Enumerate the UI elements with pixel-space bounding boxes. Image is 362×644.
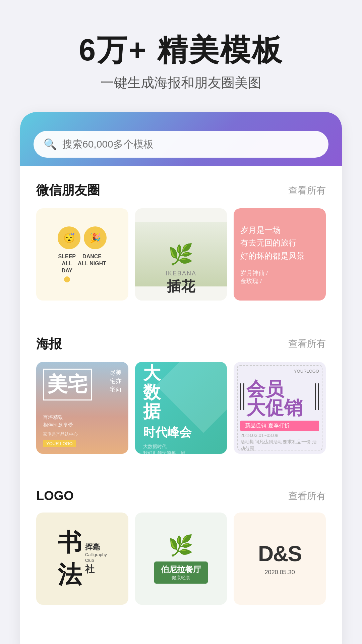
poster3-main: 会员 大促销 bbox=[246, 380, 303, 417]
poster-template-3[interactable]: YOURLOGO 会员 大促销 新品促销 夏季打折 2018.03.01~03.… bbox=[234, 362, 326, 454]
card-header: 🔍 bbox=[20, 112, 342, 166]
wechat-template-2[interactable]: 🌿 IKEBANA 插花 bbox=[135, 208, 227, 301]
search-bar[interactable]: 🔍 bbox=[34, 131, 328, 158]
poster3-badge: YOURLOGO bbox=[240, 369, 319, 374]
app-card: 🔍 微信朋友圈 查看所有 😴 🎉 SLEEP ALL DAY bbox=[20, 112, 342, 644]
poster-template-1[interactable]: 美宅 尽美宅亦宅向 百坪精致相伴恒意享受 家宅是产品认中心 YOUR LOGO bbox=[36, 362, 128, 454]
wechat-section-header: 微信朋友圈 查看所有 bbox=[36, 182, 326, 199]
wc3-poetry: 岁月是一场 有去无回的旅行 好的坏的都是风景 bbox=[240, 224, 319, 262]
poster-section: 海报 查看所有 美宅 尽美宅亦宅向 百坪精致相伴恒意享受 家宅是产品认中心 YO… bbox=[20, 319, 342, 454]
poster-section-title: 海报 bbox=[36, 335, 62, 353]
logo2-sub: 健康轻食 bbox=[172, 575, 190, 581]
logo-template-1[interactable]: 书 法 挥毫 Calligraphy Club 社 bbox=[36, 513, 128, 605]
cartoon-face-1: 😴 bbox=[58, 226, 80, 249]
plant-icon: 🌿 bbox=[168, 243, 193, 266]
wc-text-block: SLEEP ALL DAY DANCE ALL NIGHT bbox=[58, 253, 107, 282]
poster1-sub: 尽美宅亦宅向 bbox=[110, 369, 122, 394]
logo3-main: D&S bbox=[258, 541, 301, 566]
poster-template-2[interactable]: YOUR LOGO 引领科技潮流 大数据时代峰会 大数据时代我们引领学浪每一帧 … bbox=[135, 362, 227, 454]
ikebana-zh: 插花 bbox=[140, 277, 223, 296]
cartoon-group: 😴 🎉 bbox=[58, 226, 107, 249]
logo-template-3[interactable]: D&S 2020.05.30 bbox=[234, 513, 326, 605]
poster2-desc: 大数据时代我们引领学浪每一帧 bbox=[143, 443, 185, 454]
calligraphy-zh2: 法 bbox=[58, 559, 82, 591]
ikebana-label: IKEBANA 插花 bbox=[135, 265, 227, 301]
calligraphy-right: 挥毫 Calligraphy Club 社 bbox=[85, 542, 107, 576]
wechat-template-3[interactable]: 岁月是一场 有去无回的旅行 好的坏的都是风景 岁月神仙 / 金玫瑰 / bbox=[234, 208, 326, 301]
logo-template-2[interactable]: 🌿 伯尼拉餐厅 健康轻食 bbox=[135, 513, 227, 605]
poster-template-grid: 美宅 尽美宅亦宅向 百坪精致相伴恒意享受 家宅是产品认中心 YOUR LOGO … bbox=[36, 362, 326, 454]
poster1-bottom: 百坪精致相伴恒意享受 家宅是产品认中心 YOUR LOGO bbox=[43, 414, 122, 447]
wc-dot bbox=[64, 276, 70, 282]
ikebana-en: IKEBANA bbox=[140, 270, 223, 277]
wechat-see-all[interactable]: 查看所有 bbox=[288, 184, 326, 197]
wechat-template-grid: 😴 🎉 SLEEP ALL DAY DANCE ALL NIGHT bbox=[36, 208, 326, 301]
calligraphy-wrap: 书 法 挥毫 Calligraphy Club 社 bbox=[58, 527, 107, 591]
search-input[interactable] bbox=[62, 139, 318, 150]
hero-subtitle: 一键生成海报和朋友圈美图 bbox=[79, 73, 283, 92]
bottom-space bbox=[20, 605, 342, 638]
wechat-section: 微信朋友圈 查看所有 😴 🎉 SLEEP ALL DAY bbox=[20, 166, 342, 301]
calligraphy-she: 社 bbox=[85, 563, 107, 576]
wc-col-1: SLEEP ALL DAY bbox=[58, 253, 76, 282]
wechat-section-title: 微信朋友圈 bbox=[36, 182, 100, 199]
calligraphy-zh1: 书 bbox=[58, 527, 82, 559]
logo3-date: 2020.05.30 bbox=[265, 569, 295, 576]
logo-section-title: LOGO bbox=[36, 489, 74, 503]
calligraphy-en2: Club bbox=[85, 558, 107, 563]
wc3-sub: 岁月神仙 / 金玫瑰 / bbox=[240, 269, 319, 285]
logo-section: LOGO 查看所有 书 法 挥毫 Calligraphy Club 社 bbox=[20, 473, 342, 605]
poster3-sub: 新品促销 夏季打折 bbox=[240, 421, 319, 431]
wc-col-2: DANCE ALL NIGHT bbox=[78, 253, 106, 282]
poster3-desc: 2018.03.01~03.08 活动期间凡达到活动要求礼品一份 活动范围 bbox=[240, 432, 319, 452]
poster-see-all[interactable]: 查看所有 bbox=[288, 337, 326, 350]
logo2-brand-box: 伯尼拉餐厅 健康轻食 bbox=[154, 561, 208, 584]
hero-title: 6万+ 精美模板 bbox=[79, 34, 283, 67]
logo-section-header: LOGO 查看所有 bbox=[36, 489, 326, 503]
logo-template-grid: 书 法 挥毫 Calligraphy Club 社 🌿 伯尼拉餐厅 健康轻食 bbox=[36, 513, 326, 605]
hero-section: 6万+ 精美模板 一键生成海报和朋友圈美图 bbox=[59, 0, 303, 112]
poster1-title: 美宅 bbox=[43, 369, 92, 400]
search-icon: 🔍 bbox=[44, 138, 57, 151]
calligraphy-brush: 挥毫 bbox=[85, 542, 107, 552]
logo2-name: 伯尼拉餐厅 bbox=[161, 564, 201, 575]
wechat-template-1[interactable]: 😴 🎉 SLEEP ALL DAY DANCE ALL NIGHT bbox=[36, 208, 128, 301]
leaf-icon: 🌿 bbox=[168, 534, 193, 557]
calligraphy-en1: Calligraphy bbox=[85, 552, 107, 558]
cartoon-face-2: 🎉 bbox=[84, 226, 107, 249]
logo-see-all[interactable]: 查看所有 bbox=[288, 490, 326, 502]
poster-section-header: 海报 查看所有 bbox=[36, 335, 326, 353]
